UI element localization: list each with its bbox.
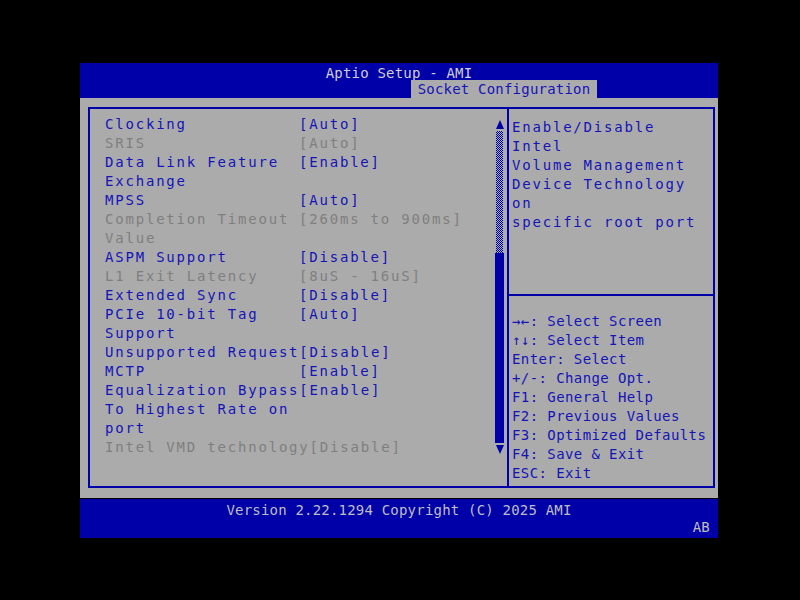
item-value[interactable]: [Disable] [299, 343, 391, 362]
setup-item: Intel VMD technology[Disable] [105, 438, 473, 457]
header-band: Aptio Setup - AMI Socket Configuration [80, 63, 718, 98]
setup-item[interactable]: Extended Sync[Disable] [105, 286, 473, 305]
item-label: Unsupported Request [105, 343, 299, 362]
setup-item: Completion Timeout[260ms to 900ms]Value [105, 210, 473, 248]
setup-item: L1 Exit Latency[8uS - 16uS] [105, 267, 473, 286]
hotkey-row: →←: Select Screen [512, 312, 716, 331]
help-line: Enable/Disable Intel [512, 118, 711, 156]
options-list: Clocking[Auto]SRIS[Auto]Data Link Featur… [90, 109, 507, 457]
footer-bar: Version 2.22.1294 Copyright (C) 2025 AMI… [80, 499, 718, 538]
item-label: Equalization Bypass [105, 381, 299, 400]
options-pane: Clocking[Auto]SRIS[Auto]Data Link Featur… [90, 109, 509, 486]
item-value[interactable]: [Auto] [299, 191, 360, 210]
item-label: L1 Exit Latency [105, 267, 299, 286]
scrollbar-thumb[interactable] [495, 253, 504, 443]
item-label: Extended Sync [105, 286, 299, 305]
scrollbar-track[interactable] [496, 131, 503, 253]
setup-item[interactable]: Unsupported Request[Disable] [105, 343, 473, 362]
hotkey-row: F4: Save & Exit [512, 445, 716, 464]
setup-item[interactable]: Data Link Feature[Enable]Exchange [105, 153, 473, 191]
hotkey-row: F2: Previous Values [512, 407, 716, 426]
setup-item: SRIS[Auto] [105, 134, 473, 153]
item-value[interactable]: [Disable] [299, 248, 391, 267]
scroll-up-icon[interactable] [496, 120, 504, 129]
item-value[interactable]: [Enable] [299, 381, 381, 400]
item-label-continuation: port [105, 419, 473, 438]
item-label-continuation: To Highest Rate on [105, 400, 473, 419]
item-label: Data Link Feature [105, 153, 299, 172]
hotkey-row: Enter: Select [512, 350, 716, 369]
help-line: Volume Management [512, 156, 711, 175]
item-value[interactable]: [Auto] [299, 305, 360, 324]
item-value: [Auto] [299, 134, 360, 153]
footer-code: AB [80, 519, 718, 535]
item-value[interactable]: [Enable] [299, 153, 381, 172]
bios-setup-screen: Aptio Setup - AMI Socket Configuration C… [0, 0, 800, 600]
setup-item[interactable]: PCIe 10-bit Tag[Auto]Support [105, 305, 473, 343]
item-value: [260ms to 900ms] [299, 210, 463, 229]
hotkey-row: ↑↓: Select Item [512, 331, 716, 350]
hotkey-legend: →←: Select Screen↑↓: Select ItemEnter: S… [512, 312, 716, 483]
item-label: SRIS [105, 134, 299, 153]
scroll-down-icon[interactable] [496, 445, 504, 454]
item-value[interactable]: [Auto] [299, 115, 360, 134]
hotkey-row: F1: General Help [512, 388, 716, 407]
item-label: PCIe 10-bit Tag [105, 305, 299, 324]
help-text: Enable/Disable IntelVolume ManagementDev… [509, 109, 713, 232]
item-label: ASPM Support [105, 248, 299, 267]
help-divider [509, 294, 713, 296]
setup-item[interactable]: Clocking[Auto] [105, 115, 473, 134]
hotkey-row: +/-: Change Opt. [512, 369, 716, 388]
hotkey-row: F3: Optimized Defaults [512, 426, 716, 445]
item-label: MPSS [105, 191, 299, 210]
item-value[interactable]: [Disable] [299, 286, 391, 305]
scrollbar[interactable] [495, 120, 504, 456]
app-title: Aptio Setup - AMI [80, 65, 718, 81]
setup-item[interactable]: MCTP[Enable] [105, 362, 473, 381]
item-label-continuation: Support [105, 324, 473, 343]
tab-socket-configuration[interactable]: Socket Configuration [411, 80, 597, 98]
help-line: Device Technology on [512, 175, 711, 213]
main-box: Clocking[Auto]SRIS[Auto]Data Link Featur… [88, 107, 715, 488]
item-value[interactable]: [Enable] [299, 362, 381, 381]
item-value: [Disable] [310, 438, 402, 457]
setup-item[interactable]: MPSS[Auto] [105, 191, 473, 210]
item-label: Intel VMD technology [105, 438, 310, 457]
item-label: Completion Timeout [105, 210, 299, 229]
setup-item[interactable]: ASPM Support[Disable] [105, 248, 473, 267]
setup-item[interactable]: Equalization Bypass[Enable]To Highest Ra… [105, 381, 473, 438]
item-label: MCTP [105, 362, 299, 381]
item-value: [8uS - 16uS] [299, 267, 422, 286]
help-pane: Enable/Disable IntelVolume ManagementDev… [509, 109, 713, 486]
help-line: specific root port [512, 213, 711, 232]
hotkey-row: ESC: Exit [512, 464, 716, 483]
item-label-continuation: Exchange [105, 172, 473, 191]
item-label: Clocking [105, 115, 299, 134]
version-text: Version 2.22.1294 Copyright (C) 2025 AMI [80, 502, 718, 518]
item-label-continuation: Value [105, 229, 473, 248]
body-area: Clocking[Auto]SRIS[Auto]Data Link Featur… [80, 98, 718, 498]
